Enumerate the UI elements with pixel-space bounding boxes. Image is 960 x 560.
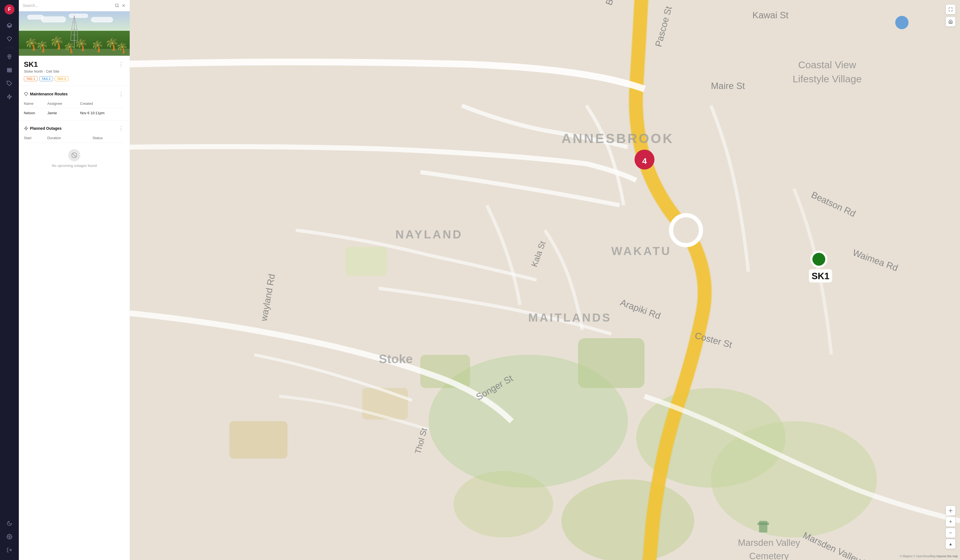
map-controls-top-right xyxy=(946,5,955,27)
svg-text:ANNESBROOK: ANNESBROOK xyxy=(562,131,674,146)
site-tags: TAG 1 TAG 2 TAG 3 xyxy=(24,76,125,81)
planned-outages-header: Planned Outages ⋮ xyxy=(24,124,125,133)
nav-diamond-button[interactable] xyxy=(4,33,15,44)
no-outages-text: No upcoming outages found xyxy=(52,163,97,168)
site-header: SK1 ⋮ xyxy=(24,60,125,69)
col-name: Name xyxy=(24,101,43,108)
map-zoom-out-button[interactable]: − xyxy=(946,528,955,538)
svg-text:MAITLANDS: MAITLANDS xyxy=(528,311,612,324)
planned-outages-empty: No upcoming outages found xyxy=(24,142,125,172)
nav-settings-button[interactable] xyxy=(4,531,15,542)
svg-text:SK1: SK1 xyxy=(812,271,829,281)
bolt-icon xyxy=(24,126,28,131)
table-row: Nelson Jamie Nov 6 10:11pm xyxy=(24,108,125,117)
planned-outages-title: Planned Outages xyxy=(24,126,62,131)
row-created: Nov 6 10:11pm xyxy=(76,108,125,117)
map-zoom-in-button[interactable]: + xyxy=(946,517,955,527)
search-button[interactable] xyxy=(115,3,119,8)
map-svg: Bull Rd Pascoe St Kawai St Tūka St Maire… xyxy=(130,0,960,560)
map-fullscreen-button[interactable] xyxy=(946,5,955,14)
svg-rect-6 xyxy=(8,71,12,72)
row-assignee: Jamie xyxy=(43,108,76,117)
nav-location-button[interactable] xyxy=(4,51,15,62)
svg-point-67 xyxy=(895,16,909,29)
svg-text:Kawai St: Kawai St xyxy=(752,10,789,20)
svg-marker-25 xyxy=(24,126,28,130)
svg-point-32 xyxy=(711,421,877,537)
svg-rect-37 xyxy=(229,421,288,459)
site-subtitle: Stoke North · Cell Site xyxy=(24,69,125,74)
svg-text:F: F xyxy=(8,6,11,12)
nav-logout-button[interactable] xyxy=(4,544,15,555)
nav-dark-mode-button[interactable] xyxy=(4,518,15,529)
nav-bolt-button[interactable] xyxy=(4,91,15,102)
site-tag-3: TAG 3 xyxy=(54,76,69,81)
site-info: SK1 ⋮ Stoke North · Cell Site TAG 1 TAG … xyxy=(19,56,130,86)
app-logo[interactable]: F xyxy=(5,5,14,14)
svg-line-19 xyxy=(71,29,72,40)
svg-point-9 xyxy=(9,536,10,538)
maintenance-routes-table: Name Assignee Created Nelson Jamie Nov 6… xyxy=(24,101,125,116)
maintenance-routes-title: Maintenance Routes xyxy=(24,92,68,96)
map-attribution: © Mapbox © OpenStreetMap Improve this ma… xyxy=(900,555,958,558)
nav-layers-button[interactable] xyxy=(4,20,15,31)
svg-rect-64 xyxy=(757,523,769,525)
site-tag-1: TAG 1 xyxy=(24,76,38,81)
col-assignee: Assignee xyxy=(43,101,76,108)
side-panel: 🌴 🌴 🌴 🌴 🌴 🌴 🌴 🌴 SK1 ⋮ Stoke North · Cell… xyxy=(19,0,130,560)
svg-rect-38 xyxy=(362,388,408,419)
nav-list-button[interactable] xyxy=(4,65,15,76)
search-input[interactable] xyxy=(23,3,112,8)
left-navigation: F xyxy=(0,0,19,560)
svg-rect-5 xyxy=(8,70,12,70)
search-clear-button[interactable] xyxy=(122,3,126,8)
svg-text:Coastal View: Coastal View xyxy=(798,59,856,70)
svg-rect-30 xyxy=(578,338,645,388)
no-outages-icon xyxy=(68,149,80,162)
outage-col-duration: Duration xyxy=(43,136,88,142)
svg-text:Stoke: Stoke xyxy=(379,352,413,366)
svg-rect-4 xyxy=(8,68,12,69)
row-name: Nelson xyxy=(24,108,43,117)
map-compass-button[interactable]: ▲ xyxy=(946,539,955,549)
planned-outages-section: Planned Outages ⋮ Start Duration Status … xyxy=(19,120,130,176)
svg-point-39 xyxy=(671,215,701,245)
col-created: Created xyxy=(76,101,125,108)
svg-marker-8 xyxy=(8,94,12,99)
svg-point-3 xyxy=(9,56,10,57)
svg-point-11 xyxy=(115,4,118,7)
svg-point-68 xyxy=(811,252,826,267)
site-title: SK1 xyxy=(24,60,38,69)
svg-rect-36 xyxy=(346,247,387,276)
map-controls-bottom-right: + − ▲ xyxy=(946,506,955,549)
outage-col-status: Status xyxy=(88,136,125,142)
maintenance-routes-more-button[interactable]: ⋮ xyxy=(117,90,125,98)
svg-text:Lifestyle Village: Lifestyle Village xyxy=(793,73,862,85)
svg-text:WAKATU: WAKATU xyxy=(611,245,672,258)
nav-divider xyxy=(5,48,14,48)
site-tag-2: TAG 2 xyxy=(39,76,53,81)
nav-tag-button[interactable] xyxy=(4,78,15,89)
svg-point-34 xyxy=(562,479,694,560)
svg-line-12 xyxy=(118,6,118,7)
svg-text:Marsden Valley: Marsden Valley xyxy=(738,538,800,548)
planned-outages-more-button[interactable]: ⋮ xyxy=(117,124,125,133)
map-improve-link[interactable]: Improve this map xyxy=(936,555,958,558)
maintenance-routes-section: Maintenance Routes ⋮ Name Assignee Creat… xyxy=(19,86,130,120)
svg-text:Cemetery: Cemetery xyxy=(749,551,789,560)
site-more-button[interactable]: ⋮ xyxy=(117,60,125,69)
svg-point-71 xyxy=(950,510,951,511)
outage-col-start: Start xyxy=(24,136,43,142)
svg-point-35 xyxy=(453,471,553,538)
svg-line-27 xyxy=(73,154,76,157)
map-area: Bull Rd Pascoe St Kawai St Tūka St Maire… xyxy=(130,0,960,560)
maintenance-routes-header: Maintenance Routes ⋮ xyxy=(24,90,125,98)
site-image: 🌴 🌴 🌴 🌴 🌴 🌴 🌴 🌴 xyxy=(19,11,130,56)
map-home-button[interactable] xyxy=(946,17,955,27)
svg-text:Maire St: Maire St xyxy=(711,81,745,91)
search-bar xyxy=(19,0,130,11)
planned-outages-table: Start Duration Status xyxy=(24,136,125,142)
route-icon xyxy=(24,92,28,96)
svg-text:NAYLAND: NAYLAND xyxy=(395,228,463,241)
map-location-button[interactable] xyxy=(946,506,955,516)
